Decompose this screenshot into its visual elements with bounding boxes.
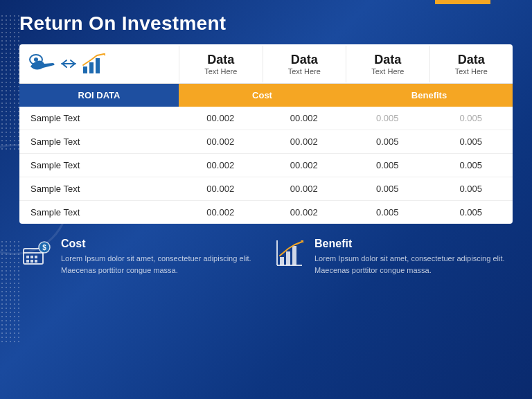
row-1-label: Sample Text <box>19 107 179 130</box>
row-1-c1: 00.002 <box>179 107 263 130</box>
bar-chart-icon <box>82 53 108 75</box>
row-2-c1: 00.002 <box>179 130 263 153</box>
svg-rect-18 <box>280 257 284 265</box>
col-header-1-sub: Text Here <box>185 67 257 76</box>
row-3-label: Sample Text <box>19 154 179 177</box>
row-3-c3: 0.005 <box>346 154 429 177</box>
table-header-row: Data Text Here Data Text Here Data Text … <box>19 44 513 84</box>
col-header-4: Data Text Here <box>429 46 513 82</box>
cost-icon: $ <box>19 238 53 271</box>
row-5-c1: 00.002 <box>179 201 263 224</box>
svg-rect-10 <box>35 256 37 258</box>
page-title: Return On Investment <box>19 12 513 35</box>
svg-rect-2 <box>83 66 87 73</box>
row-2-c3: 0.005 <box>346 130 429 153</box>
row-4-c1: 00.002 <box>179 177 263 200</box>
hand-coins-icon <box>29 53 55 75</box>
row-1-c2: 00.002 <box>263 107 346 130</box>
footer-section: $ Cost Lorem Ipsum dolor sit amet, conse… <box>19 233 513 391</box>
row-2-label: Sample Text <box>19 130 179 153</box>
roi-table-card: Data Text Here Data Text Here Data Text … <box>19 44 513 224</box>
benefit-icon <box>273 238 306 271</box>
table-row: Sample Text 00.002 00.002 0.005 0.005 <box>19 130 513 154</box>
sub-header-roi: ROI DATA <box>19 84 179 107</box>
col-header-1-title: Data <box>185 53 257 67</box>
svg-rect-13 <box>35 260 37 263</box>
row-5-c2: 00.002 <box>263 201 346 224</box>
footer-benefit-text: Benefit Lorem Ipsum dolor sit amet, cons… <box>314 238 513 276</box>
table-row: Sample Text 00.002 00.002 0.005 0.005 <box>19 154 513 177</box>
col-header-3-sub: Text Here <box>352 67 424 76</box>
footer-benefit-desc: Lorem Ipsum dolor sit amet, consectetuer… <box>314 253 513 276</box>
table-row: Sample Text 00.002 00.002 0.005 0.005 <box>19 107 513 130</box>
col-header-1: Data Text Here <box>179 46 263 82</box>
row-1-c4: 0.005 <box>429 107 513 130</box>
arrow-icon <box>61 59 76 69</box>
row-4-c3: 0.005 <box>346 177 429 200</box>
row-5-label: Sample Text <box>19 201 179 224</box>
svg-rect-3 <box>89 62 94 73</box>
row-2-c4: 0.005 <box>429 130 513 153</box>
svg-rect-20 <box>292 246 296 265</box>
svg-rect-12 <box>30 260 33 263</box>
svg-rect-8 <box>26 256 29 258</box>
col-header-4-title: Data <box>436 53 508 67</box>
sub-header-cost: Cost <box>179 84 346 107</box>
footer-benefit-title: Benefit <box>314 238 513 250</box>
row-4-c4: 0.005 <box>429 177 513 200</box>
footer-cost-desc: Lorem Ipsum dolor sit amet, consectetuer… <box>61 253 259 276</box>
row-3-c1: 00.002 <box>179 154 263 177</box>
row-3-c4: 0.005 <box>429 154 513 177</box>
sub-header-row: ROI DATA Cost Benefits <box>19 84 513 107</box>
table-row: Sample Text 00.002 00.002 0.005 0.005 <box>19 201 513 224</box>
col-header-2: Data Text Here <box>263 46 346 82</box>
icon-cell <box>19 44 179 83</box>
svg-rect-19 <box>286 251 290 265</box>
sub-header-benefits: Benefits <box>346 84 513 107</box>
svg-rect-11 <box>26 260 29 263</box>
row-4-label: Sample Text <box>19 177 179 200</box>
footer-benefit-card: Benefit Lorem Ipsum dolor sit amet, cons… <box>273 233 513 391</box>
svg-text:$: $ <box>42 244 46 251</box>
col-header-2-title: Data <box>269 53 341 67</box>
col-header-3-title: Data <box>352 53 424 67</box>
svg-rect-4 <box>96 58 100 73</box>
col-header-2-sub: Text Here <box>269 67 341 76</box>
row-4-c2: 00.002 <box>263 177 346 200</box>
footer-cost-text: Cost Lorem Ipsum dolor sit amet, consect… <box>61 238 259 276</box>
col-header-3: Data Text Here <box>346 46 429 82</box>
main-content: Return On Investment <box>0 0 532 399</box>
footer-cost-card: $ Cost Lorem Ipsum dolor sit amet, conse… <box>19 233 259 391</box>
row-1-c3: 0.005 <box>346 107 429 130</box>
svg-rect-9 <box>30 256 33 258</box>
col-header-4-sub: Text Here <box>436 67 508 76</box>
row-5-c4: 0.005 <box>429 201 513 224</box>
row-3-c2: 00.002 <box>263 154 346 177</box>
table-row: Sample Text 00.002 00.002 0.005 0.005 <box>19 177 513 201</box>
row-5-c3: 0.005 <box>346 201 429 224</box>
row-2-c2: 00.002 <box>263 130 346 153</box>
footer-cost-title: Cost <box>61 238 259 250</box>
